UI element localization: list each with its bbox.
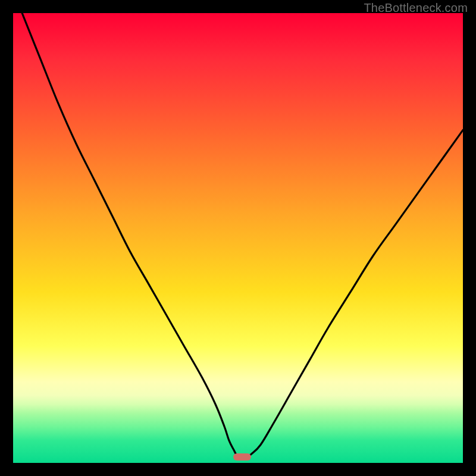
plot-area <box>13 13 463 463</box>
bottleneck-curve <box>13 13 463 463</box>
watermark-text: TheBottleneck.com <box>364 1 468 15</box>
chart-frame: TheBottleneck.com <box>0 0 476 476</box>
optimal-point-marker <box>233 453 251 461</box>
